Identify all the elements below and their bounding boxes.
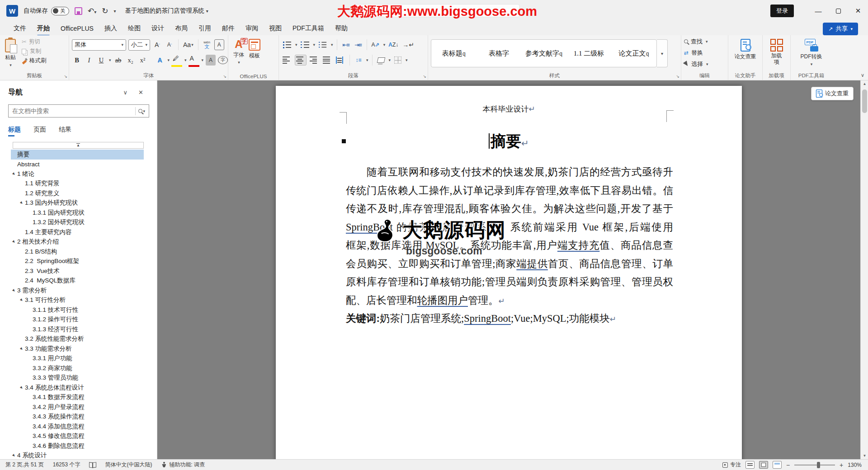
navigation-close-icon[interactable]: ✕: [133, 89, 149, 96]
strikethrough-button[interactable]: ab: [113, 55, 123, 66]
paste-button[interactable]: 粘贴 ▾: [3, 37, 18, 69]
word-count[interactable]: 16253 个字: [53, 461, 80, 469]
outline-item[interactable]: 3.3.1 用户功能: [11, 354, 144, 364]
outline-item[interactable]: ▶1.3 国内外研究现状: [11, 198, 144, 208]
find-button[interactable]: 查找▾: [684, 37, 725, 46]
collapse-triangle-icon[interactable]: ▶: [19, 201, 25, 205]
ribbon-tab-引用[interactable]: 引用: [193, 23, 217, 34]
copy-button[interactable]: 复制: [22, 47, 47, 56]
collapse-triangle-icon[interactable]: ▶: [11, 240, 17, 244]
vertical-scrollbar[interactable]: ▲ ▼: [860, 80, 868, 459]
outline-item[interactable]: 2.1 B/S结构: [11, 247, 144, 257]
outline-item[interactable]: 3.4.5 修改信息流程: [11, 432, 144, 442]
nav-tab-标题[interactable]: 标题: [8, 126, 21, 136]
superscript-button[interactable]: x²: [138, 55, 148, 66]
borders-button[interactable]: [393, 55, 403, 66]
abstract-body[interactable]: 随着互联网和移动支付技术的快速发展,奶茶门店的经营方式亟待升级。传统门店依赖人工…: [346, 163, 673, 328]
style-item[interactable]: 参考文献字q: [521, 49, 566, 58]
bullets-button[interactable]: [282, 39, 292, 50]
cut-button[interactable]: ✂剪切: [22, 37, 47, 47]
language-indicator[interactable]: 简体中文(中国大陆): [105, 461, 152, 469]
decrease-indent-button[interactable]: ⇤≡: [341, 39, 351, 50]
outline-item[interactable]: 1.3.2 国外研究现状: [11, 218, 144, 228]
document-search-input[interactable]: 在文档中搜索 ▾: [8, 104, 149, 118]
outline-item[interactable]: 3.4.6 删除信息流程: [11, 441, 144, 451]
redo-icon[interactable]: ↻: [102, 6, 108, 16]
style-item[interactable]: 表格字: [476, 49, 522, 58]
bold-button[interactable]: B: [72, 55, 82, 66]
navigation-collapse-chevron-icon[interactable]: ∨: [118, 89, 133, 96]
outline-item[interactable]: 摘要: [11, 150, 144, 160]
multilevel-list-button[interactable]: [317, 39, 328, 50]
ribbon-tab-PDF工具箱[interactable]: PDF工具箱: [287, 23, 330, 34]
ribbon-tab-绘图[interactable]: 绘图: [123, 23, 146, 34]
styles-dialog-launcher-icon[interactable]: ↘: [676, 74, 679, 79]
outline-item[interactable]: ▶1 绪论: [11, 169, 144, 179]
document-text-line[interactable]: 配、店长管理和轮播图用户管理。↵: [346, 291, 673, 310]
document-text-line[interactable]: SpringBoot 的奶茶门店管理系统。系统前端采用 Vue 框架,后端使用 …: [346, 218, 673, 237]
document-title[interactable]: 基于地图的奶茶门店管理系统 ▾: [125, 7, 208, 15]
clipboard-dialog-launcher-icon[interactable]: ↘: [64, 74, 67, 79]
collapse-triangle-icon[interactable]: ▶: [11, 172, 17, 176]
change-case-button[interactable]: Aa▾: [182, 39, 194, 50]
search-options-chevron-icon[interactable]: ▾: [143, 109, 145, 113]
ribbon-tab-审阅[interactable]: 审阅: [240, 23, 264, 34]
phonetic-guide-button[interactable]: wén文: [202, 39, 212, 50]
outline-item[interactable]: 3.4.2 用户登录流程: [11, 402, 144, 412]
outline-item[interactable]: 1.4 主要研究内容: [11, 227, 144, 237]
document-text-line[interactable]: 原料库存管理和订单核销功能;管理员端则负责原料采购管理、管理员权限分: [346, 273, 673, 291]
format-painter-button[interactable]: 格式刷: [22, 56, 47, 66]
read-mode-button[interactable]: [745, 461, 755, 469]
distribute-button[interactable]: [335, 55, 346, 66]
document-text-line[interactable]: 传递不及时,库存管理混乱,顾客体验欠佳。为解决这些问题,开发了基于: [346, 200, 673, 218]
font-size-combo[interactable]: 小二▾: [128, 39, 150, 51]
align-right-button[interactable]: [309, 55, 320, 66]
zoom-slider[interactable]: [794, 465, 835, 465]
nav-tab-结果[interactable]: 结果: [59, 126, 71, 136]
document-text-line[interactable]: 关键词:奶茶门店管理系统;SpringBoot;Vue;MySQL;功能模块↵: [346, 310, 673, 328]
highlight-color-button[interactable]: 🖉: [172, 55, 182, 66]
outline-item[interactable]: 3.1.2 操作可行性: [11, 315, 144, 325]
justify-button[interactable]: [322, 55, 333, 66]
outline-item[interactable]: 3.3.2 商家功能: [11, 363, 144, 373]
proofing-icon[interactable]: [89, 462, 96, 467]
underline-button[interactable]: U: [96, 55, 106, 66]
align-left-button[interactable]: [282, 55, 292, 66]
outline-item[interactable]: ▶2 相关技术介绍: [11, 237, 144, 247]
collapse-ribbon-chevron-icon[interactable]: ∨: [861, 72, 864, 78]
print-layout-button[interactable]: [759, 461, 768, 469]
sort-button[interactable]: AZ↓: [387, 39, 399, 50]
character-border-button[interactable]: A: [214, 39, 224, 50]
outline-item[interactable]: 3.4.1 数据开发流程: [11, 393, 144, 403]
replace-button[interactable]: ⇄替换: [684, 48, 725, 57]
align-center-button[interactable]: [295, 55, 307, 66]
outline-item[interactable]: ▶3.4 系统总体流程设计: [11, 383, 144, 393]
grow-font-button[interactable]: Aˆ: [152, 39, 162, 50]
outline-item[interactable]: ▶3.1 可行性分析: [11, 296, 144, 306]
paper-check-button[interactable]: 论文查重: [731, 37, 760, 62]
pdf-convert-button[interactable]: PDF PDF转换 ▾: [793, 37, 829, 68]
accessibility-status[interactable]: 辅助功能: 调查: [161, 461, 205, 469]
collapse-triangle-icon[interactable]: ▶: [19, 298, 25, 302]
ribbon-tab-文件[interactable]: 文件: [8, 23, 32, 34]
paragraph-dialog-launcher-icon[interactable]: ↘: [423, 74, 426, 79]
outline-item[interactable]: 1.2 研究意义: [11, 188, 144, 198]
shrink-font-button[interactable]: Aˇ: [165, 39, 175, 50]
zoom-out-button[interactable]: −: [786, 461, 790, 469]
nav-tab-页面[interactable]: 页面: [33, 126, 46, 136]
addins-button[interactable]: 加载项: [765, 37, 788, 67]
focus-mode-button[interactable]: 专注: [722, 461, 741, 469]
outline-item[interactable]: 3.1.1 技术可行性: [11, 305, 144, 315]
officeplus-font-button[interactable]: A字 字体 ▾: [231, 37, 246, 66]
save-icon[interactable]: [75, 7, 82, 15]
document-text-line[interactable]: 传统门店依赖人工操作,从订单记录到库存管理,效率低下且容易出错。信息: [346, 182, 673, 200]
ribbon-tab-布局[interactable]: 布局: [170, 23, 193, 34]
minimize-button[interactable]: —: [808, 2, 828, 20]
font-dialog-launcher-icon[interactable]: ↘: [223, 74, 226, 79]
zoom-in-button[interactable]: +: [840, 461, 843, 469]
outline-item[interactable]: ▶3.3 功能需求分析: [11, 344, 144, 354]
document-text-line[interactable]: 随着互联网和移动支付技术的快速发展,奶茶门店的经营方式亟待升级。: [346, 163, 673, 182]
font-name-combo[interactable]: 黑体▾: [72, 39, 126, 51]
scroll-up-icon[interactable]: ▲: [861, 82, 868, 86]
ribbon-tab-OfficePLUS[interactable]: OfficePLUS: [55, 23, 99, 34]
